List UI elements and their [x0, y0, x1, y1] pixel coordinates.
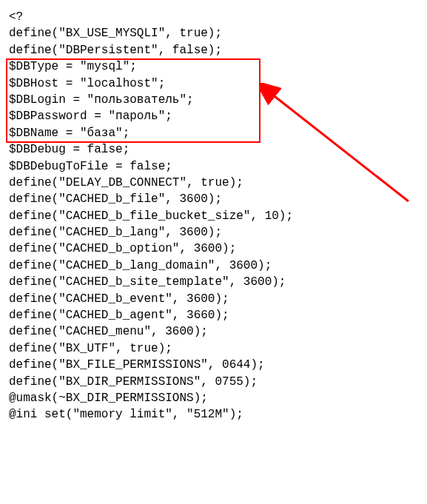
code-line-16: define("CACHED_b_lang_domain", 3600); [9, 258, 418, 274]
code-line-0: <? [9, 9, 418, 25]
code-line-2: define("DBPersistent", false); [9, 42, 418, 58]
code-line-17: define("CACHED_b_site_template", 3600); [9, 274, 418, 290]
code-line-19: define("CACHED_b_agent", 3660); [9, 307, 418, 323]
code-line-9: $DBDebugToFile = false; [9, 158, 418, 175]
code-line-25: @umask(~BX_DIR_PERMISSIONS); [9, 390, 418, 406]
code-line-22: define("BX_UTF", true); [9, 340, 418, 357]
code-line-6: $DBPassword = "пароль"; [9, 108, 418, 124]
code-line-7: $DBName = "база"; [9, 125, 418, 141]
code-line-18: define("CACHED_b_event", 3600); [9, 291, 418, 307]
code-line-20: define("CACHED_menu", 3600); [9, 323, 418, 340]
code-line-14: define("CACHED_b_lang", 3600); [9, 224, 418, 241]
code-line-12: define("CACHED_b_file", 3600); [9, 191, 418, 207]
code-line-3: $DBType = "mysql"; [9, 58, 418, 75]
code-container: <? define("BX_USE_MYSQLI", true); define… [9, 9, 418, 423]
code-line-5: $DBLogin = "пользователь"; [9, 92, 418, 108]
code-line-15: define("CACHED_b_option", 3600); [9, 241, 418, 257]
code-line-1: define("BX_USE_MYSQLI", true); [9, 25, 418, 41]
code-line-26: @ini set("memory limit", "512M"); [9, 406, 418, 423]
code-line-11: define("DELAY_DB_CONNECT", true); [9, 175, 418, 191]
code-line-24: define("BX_DIR_PERMISSIONS", 0755); [9, 374, 418, 390]
code-line-23: define("BX_FILE_PERMISSIONS", 0644); [9, 357, 418, 373]
code-line-8: $DBDebug = false; [9, 141, 418, 158]
code-line-4: $DBHost = "localhost"; [9, 75, 418, 92]
code-line-13: define("CACHED_b_file_bucket_size", 10); [9, 208, 418, 224]
